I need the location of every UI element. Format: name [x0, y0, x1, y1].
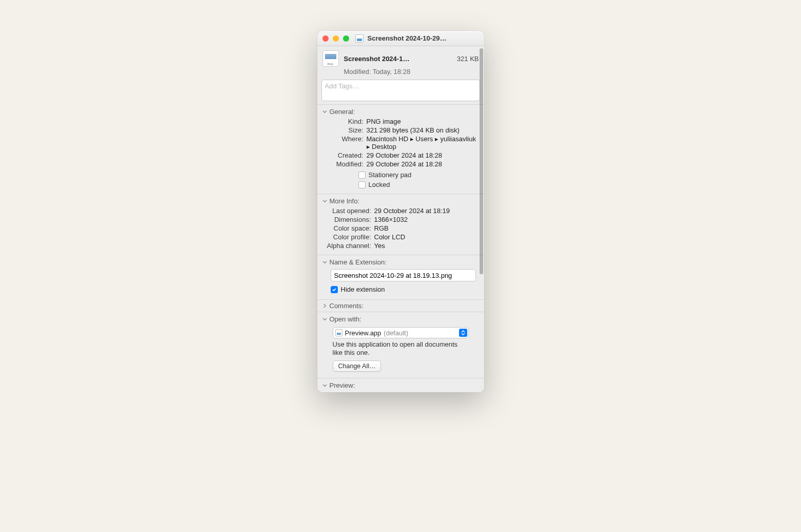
section-header-name-ext[interactable]: Name & Extension:: [317, 257, 484, 267]
chevron-down-icon: [322, 317, 328, 322]
section-header-comments[interactable]: Comments:: [317, 301, 484, 311]
last-opened-value: 29 October 2024 at 18:19: [374, 207, 479, 215]
stationery-pad-row[interactable]: Stationery pad: [358, 171, 479, 179]
filename-input[interactable]: [331, 269, 476, 281]
select-arrows-icon: [459, 329, 467, 337]
where-label: Where:: [322, 135, 364, 150]
section-title-general: General:: [330, 108, 355, 116]
section-title-name-ext: Name & Extension:: [330, 258, 387, 266]
get-info-window: Screenshot 2024-10-29… Screenshot 2024-1…: [317, 31, 484, 392]
section-title-preview: Preview:: [330, 382, 355, 389]
section-header-more-info[interactable]: More Info:: [317, 196, 484, 206]
close-button[interactable]: [322, 35, 329, 42]
zoom-button[interactable]: [343, 35, 349, 42]
stationery-pad-checkbox[interactable]: [358, 172, 366, 179]
change-all-label: Change All…: [338, 363, 376, 370]
window-controls: [322, 35, 349, 42]
file-thumbnail-icon: [322, 50, 339, 67]
titlebar[interactable]: Screenshot 2024-10-29…: [317, 31, 484, 46]
file-header: Screenshot 2024-1… 321 KB: [317, 46, 484, 69]
colorspace-value: RGB: [374, 224, 479, 232]
scrollbar[interactable]: [480, 48, 483, 274]
modified-value: 29 October 2024 at 18:28: [367, 160, 479, 168]
colorspace-label: Color space:: [322, 224, 371, 232]
colorprofile-label: Color profile:: [322, 233, 371, 241]
tags-input[interactable]: [325, 82, 476, 90]
open-with-select[interactable]: Preview.app (default): [333, 327, 469, 338]
colorprofile-value: Color LCD: [374, 233, 479, 241]
section-general: General: Kind: PNG image Size: 321 298 b…: [317, 104, 484, 194]
where-value: Macintosh HD ▸ Users ▸ yuliiasavliuk ▸ D…: [367, 135, 479, 150]
window-title: Screenshot 2024-10-29…: [368, 34, 479, 42]
hide-extension-checkbox[interactable]: [331, 286, 338, 293]
open-with-app-suffix: (default): [384, 329, 408, 337]
tags-field[interactable]: [321, 80, 480, 101]
chevron-down-icon: [322, 199, 328, 204]
modified-value: Today, 18:28: [373, 68, 410, 75]
kind-label: Kind:: [322, 118, 364, 125]
chevron-down-icon: [322, 109, 328, 115]
modified-label: Modified:: [322, 160, 364, 168]
size-label: Size:: [322, 126, 364, 134]
created-value: 29 October 2024 at 18:28: [367, 151, 479, 159]
hide-extension-label: Hide extension: [341, 286, 385, 293]
alpha-value: Yes: [374, 242, 479, 250]
stationery-pad-label: Stationery pad: [369, 171, 412, 179]
section-open-with: Open with: Preview.app (default) Use thi…: [317, 312, 484, 378]
section-header-open-with[interactable]: Open with:: [317, 314, 484, 324]
locked-checkbox[interactable]: [358, 181, 366, 188]
chevron-down-icon: [322, 260, 328, 265]
alpha-label: Alpha channel:: [322, 242, 371, 250]
dimensions-value: 1366×1032: [374, 216, 479, 223]
file-size: 321 KB: [457, 55, 479, 63]
section-title-more-info: More Info:: [330, 197, 360, 205]
chevron-right-icon: [322, 303, 328, 309]
section-more-info: More Info: Last opened: 29 October 2024 …: [317, 194, 484, 255]
size-value: 321 298 bytes (324 KB on disk): [367, 126, 479, 134]
section-header-preview[interactable]: Preview:: [317, 381, 484, 390]
kind-value: PNG image: [367, 118, 479, 125]
section-name-extension: Name & Extension: Hide extension: [317, 255, 484, 299]
dimensions-label: Dimensions:: [322, 216, 371, 223]
file-name: Screenshot 2024-1…: [344, 55, 452, 63]
content-area: Screenshot 2024-1… 321 KB Modified: Toda…: [317, 46, 484, 392]
modified-label: Modified:: [344, 68, 371, 75]
section-title-comments: Comments:: [330, 302, 364, 310]
modified-line: Modified: Today, 18:28: [317, 68, 484, 80]
hide-extension-row[interactable]: Hide extension: [331, 286, 479, 293]
created-label: Created:: [322, 151, 364, 159]
last-opened-label: Last opened:: [322, 207, 371, 215]
section-header-general[interactable]: General:: [317, 107, 484, 117]
titlebar-file-icon: [355, 34, 364, 43]
section-title-open-with: Open with:: [330, 315, 361, 323]
section-comments: Comments:: [317, 299, 484, 312]
locked-label: Locked: [369, 181, 390, 188]
open-with-app-name: Preview.app: [345, 329, 382, 337]
locked-row[interactable]: Locked: [358, 181, 479, 188]
chevron-down-icon: [322, 383, 328, 388]
preview-app-icon: [335, 329, 342, 336]
open-with-hint: Use this application to open all documen…: [333, 340, 469, 357]
section-preview: Preview:: [317, 378, 484, 392]
minimize-button[interactable]: [333, 35, 339, 42]
change-all-button[interactable]: Change All…: [333, 360, 382, 372]
